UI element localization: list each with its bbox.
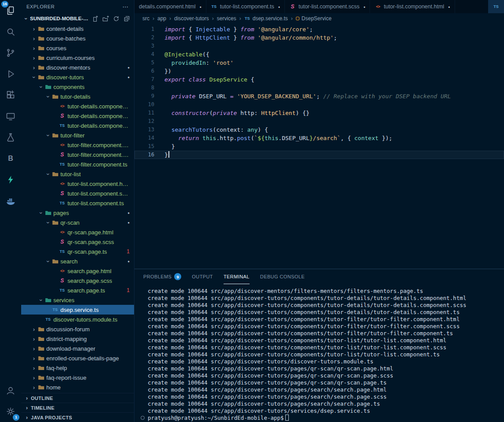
- tree-item-content-details[interactable]: ›content-details: [21, 24, 134, 33]
- activity-thunder-client[interactable]: [0, 169, 21, 190]
- tree-item-discover-tutors[interactable]: ›discover-tutors●: [21, 72, 134, 82]
- line-number[interactable]: 2: [134, 33, 154, 42]
- breadcrumb-item-app[interactable]: app: [157, 15, 166, 22]
- line-number[interactable]: 10: [134, 100, 154, 109]
- line-number[interactable]: 5: [134, 59, 154, 67]
- breadcrumb-item-discover-tutors[interactable]: discover-tutors: [174, 15, 209, 22]
- activity-explorer[interactable]: 16: [0, 0, 21, 21]
- sidebar-section-timeline[interactable]: ›TIMELINE: [21, 403, 134, 412]
- activity-settings[interactable]: 1: [0, 401, 21, 422]
- tree-item-services[interactable]: ›services: [21, 295, 134, 305]
- tree-item-search.page.scss[interactable]: Ssearch.page.scss: [21, 276, 134, 285]
- tree-item-tutor-details.component[interactable]: <>tutor-details.component…: [21, 101, 134, 111]
- line-number[interactable]: 12: [134, 117, 154, 126]
- code-line[interactable]: 8: [134, 84, 504, 92]
- line-number[interactable]: 6: [134, 67, 154, 75]
- tree-item-qr-scan[interactable]: ›qr-scan●: [21, 218, 134, 227]
- code-editor[interactable]: 1import { Injectable } from '@angular/co…: [134, 24, 504, 269]
- code-line[interactable]: 14 return this.http.post(`${this.DSEP_UR…: [134, 134, 504, 142]
- tab-tutor-list.component.scss[interactable]: Stutor-list.component.scss●: [285, 0, 370, 13]
- activity-search[interactable]: [0, 21, 21, 42]
- tree-item-tutor-list.component.scss[interactable]: Stutor-list.component.scss: [21, 189, 134, 198]
- tree-item-tutor-details.component[interactable]: TStutor-details.component…: [21, 121, 134, 130]
- tab-tutor-list.component.html[interactable]: <>tutor-list.component.html●: [370, 0, 455, 13]
- sidebar-section-outline[interactable]: ›OUTLINE: [21, 393, 134, 403]
- activity-bookmarks[interactable]: B: [0, 148, 21, 169]
- line-number[interactable]: 3: [134, 42, 154, 50]
- tab-active-file[interactable]: TS: [488, 0, 504, 13]
- tree-item-tutor-details.component[interactable]: Stutor-details.component…: [21, 111, 134, 121]
- tree-item-tutor-filter.component.h[interactable]: <>tutor-filter.component.h…: [21, 140, 134, 150]
- activity-run-debug[interactable]: [0, 63, 21, 85]
- activity-extensions[interactable]: [0, 85, 21, 106]
- tree-item-pages[interactable]: ›pages●: [21, 208, 134, 218]
- tree-item-enrolled-course-details-page[interactable]: ›enrolled-course-details-page: [21, 353, 134, 363]
- panel-tab-debug-console[interactable]: DEBUG CONSOLE: [260, 269, 305, 284]
- line-number[interactable]: 8: [134, 84, 154, 92]
- line-number[interactable]: 1: [134, 25, 154, 33]
- terminal[interactable]: create mode 100644 src/app/discover-ment…: [134, 284, 504, 422]
- collapse-all-icon[interactable]: [123, 15, 131, 22]
- line-number[interactable]: 4: [134, 50, 154, 59]
- line-number[interactable]: 14: [134, 134, 154, 142]
- line-number[interactable]: 7: [134, 75, 154, 84]
- tree-item-qr-scan.page.scss[interactable]: Sqr-scan.page.scss: [21, 237, 134, 247]
- tree-item-tutor-filter.component.ts[interactable]: TStutor-filter.component.ts: [21, 159, 134, 169]
- tree-item-dsep.service.ts[interactable]: TSdsep.service.ts: [21, 305, 134, 315]
- code-line[interactable]: 13 searchTutors(context: any) {: [134, 126, 504, 134]
- tree-item-qr-scan.page.ts[interactable]: TSqr-scan.page.ts1: [21, 247, 134, 256]
- activity-account[interactable]: [0, 380, 21, 401]
- tree-item-home[interactable]: ›home: [21, 382, 134, 392]
- terminal-prompt[interactable]: pratyush@pratyush:~/SunbirdEd-mobile-app…: [148, 415, 504, 422]
- new-file-icon[interactable]: [91, 15, 99, 22]
- tree-item-faq-help[interactable]: ›faq-help: [21, 363, 134, 373]
- code-line[interactable]: 7export class DsepService {: [134, 75, 504, 84]
- code-line[interactable]: 12: [134, 117, 504, 126]
- line-number[interactable]: 13: [134, 126, 154, 134]
- tree-item-search.page.ts[interactable]: TSsearch.page.ts1: [21, 285, 134, 295]
- tree-item-course-batches[interactable]: ›course-batches: [21, 33, 134, 43]
- code-line[interactable]: 2import { HttpClient } from '@angular/co…: [134, 33, 504, 42]
- panel-tab-problems[interactable]: PROBLEMS9: [143, 269, 181, 284]
- tree-item-tutor-filter[interactable]: ›tutor-filter: [21, 130, 134, 140]
- more-actions-icon[interactable]: ⋯: [123, 3, 129, 10]
- tree-item-courses[interactable]: ›courses: [21, 43, 134, 53]
- tree-item-tutor-details[interactable]: ›tutor-details: [21, 92, 134, 101]
- tree-item-district-mapping[interactable]: ›district-mapping: [21, 334, 134, 344]
- tree-item-qr-scan.page.html[interactable]: <>qr-scan.page.html: [21, 227, 134, 237]
- tree-item-faq-report-issue[interactable]: ›faq-report-issue: [21, 373, 134, 382]
- tree-item-discover-mentors[interactable]: ›discover-mentors●: [21, 63, 134, 72]
- code-line[interactable]: 6}): [134, 67, 504, 75]
- breadcrumb-item-dsepservice[interactable]: DsepService: [296, 15, 332, 22]
- line-number[interactable]: 9: [134, 92, 154, 100]
- activity-source-control[interactable]: [0, 42, 21, 63]
- sidebar-section-java-projects[interactable]: ›JAVA PROJECTS: [21, 412, 134, 422]
- new-folder-icon[interactable]: [102, 15, 109, 22]
- tree-item-search[interactable]: ›search●: [21, 256, 134, 266]
- activity-docker[interactable]: [0, 190, 21, 211]
- tab-details.component.html[interactable]: details.component.html●: [134, 0, 206, 13]
- tree-item-tutor-filter.component.s[interactable]: Stutor-filter.component.s…: [21, 150, 134, 159]
- code-line[interactable]: 10: [134, 100, 504, 109]
- tree-item-tutor-list.component.html[interactable]: <>tutor-list.component.html: [21, 179, 134, 189]
- tab-tutor-list.component.ts[interactable]: TStutor-list.component.ts●: [206, 0, 285, 13]
- breadcrumb-item-dsep.service.ts[interactable]: TSdsep.service.ts: [244, 15, 288, 22]
- line-number[interactable]: 11: [134, 109, 154, 117]
- code-line[interactable]: 11 constructor(private http: HttpClient)…: [134, 109, 504, 117]
- code-line[interactable]: 1import { Injectable } from '@angular/co…: [134, 25, 504, 33]
- code-line[interactable]: 15 }: [134, 142, 504, 151]
- tree-item-components[interactable]: ›components: [21, 82, 134, 92]
- line-number[interactable]: 15: [134, 142, 154, 151]
- panel-tab-output[interactable]: OUTPUT: [192, 269, 213, 284]
- refresh-icon[interactable]: [112, 15, 120, 22]
- tree-item-tutor-list[interactable]: ›tutor-list: [21, 169, 134, 179]
- tree-item-search.page.html[interactable]: <>search.page.html: [21, 266, 134, 276]
- code-line[interactable]: 3: [134, 42, 504, 50]
- panel-tab-terminal[interactable]: TERMINAL: [224, 269, 250, 284]
- tree-item-download-manager[interactable]: ›download-manager: [21, 344, 134, 353]
- code-line[interactable]: 9 private DSEP_URL = 'YOUR_DSEP_BACKEND_…: [134, 92, 504, 100]
- line-number[interactable]: 16: [134, 151, 154, 159]
- activity-testing[interactable]: [0, 127, 21, 148]
- code-line[interactable]: 5 providedIn: 'root': [134, 59, 504, 67]
- code-line[interactable]: 16}: [134, 151, 504, 159]
